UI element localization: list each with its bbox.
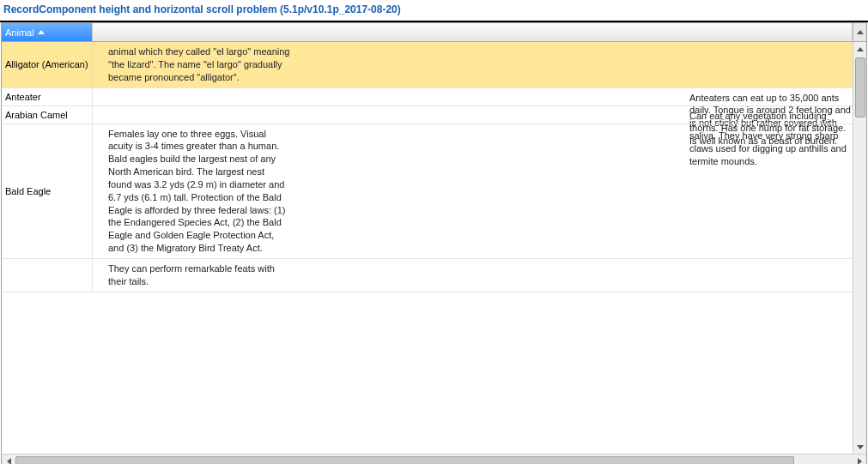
animal-name-cell: Anteater: [2, 88, 93, 105]
scroll-left-button[interactable]: [2, 455, 15, 464]
animal-name-cell: Arabian Camel: [2, 106, 93, 124]
animal-description: animal which they called "el largo" mean…: [105, 44, 294, 86]
scroll-right-button[interactable]: [853, 455, 866, 464]
vertical-scroll-thumb[interactable]: [855, 57, 865, 118]
row-body: animal which they called "el largo" mean…: [93, 42, 853, 87]
row-body: They can perform remarkable feats with t…: [93, 259, 853, 292]
horizontal-scroll-thumb[interactable]: [15, 456, 794, 464]
animal-description: They can perform remarkable feats with t…: [105, 261, 294, 290]
chevron-right-icon: [858, 458, 862, 465]
page-title: RecordComponent height and horizontal sc…: [0, 0, 868, 22]
chevron-down-icon: [857, 445, 864, 449]
table-row[interactable]: They can perform remarkable feats with t…: [2, 259, 853, 292]
vertical-scrollbar[interactable]: [853, 42, 866, 454]
row-body: Females lay one to three eggs. Visual ac…: [93, 124, 853, 258]
scroll-down-button[interactable]: [853, 440, 866, 454]
row-body: Can eat any vegetation including thorns.…: [93, 106, 853, 124]
column-header-animal[interactable]: Animal: [2, 23, 93, 41]
animal-name-cell: Alligator (American): [2, 42, 93, 87]
table-row[interactable]: Arabian CamelCan eat any vegetation incl…: [2, 106, 853, 124]
row-body: Anteaters can eat up to 35,000 ants dail…: [93, 88, 853, 105]
sort-asc-icon: [38, 30, 45, 34]
header-scroll-up-button[interactable]: [853, 23, 866, 41]
animal-name-cell: [2, 259, 93, 292]
animal-description: Females lay one to three eggs. Visual ac…: [105, 126, 294, 256]
column-header-label: Animal: [5, 27, 34, 38]
animal-name-cell: Bald Eagle: [2, 124, 93, 258]
scroll-up-button[interactable]: [853, 42, 866, 56]
grid-body-wrap: Alligator (American)animal which they ca…: [2, 42, 866, 454]
table-row[interactable]: Bald EagleFemales lay one to three eggs.…: [2, 124, 853, 259]
listgrid: Animal Alligator (American)animal which …: [1, 22, 867, 464]
chevron-left-icon: [7, 458, 11, 465]
grid-header: Animal: [2, 23, 866, 42]
grid-viewport[interactable]: Alligator (American)animal which they ca…: [2, 42, 853, 454]
chevron-up-icon: [857, 47, 864, 51]
table-row[interactable]: Alligator (American)animal which they ca…: [2, 42, 853, 88]
horizontal-scroll-track[interactable]: [15, 455, 853, 464]
horizontal-scrollbar[interactable]: [2, 454, 866, 464]
column-header-filler: [93, 23, 853, 41]
chevron-up-icon: [857, 30, 864, 34]
table-row[interactable]: AnteaterAnteaters can eat up to 35,000 a…: [2, 88, 853, 106]
